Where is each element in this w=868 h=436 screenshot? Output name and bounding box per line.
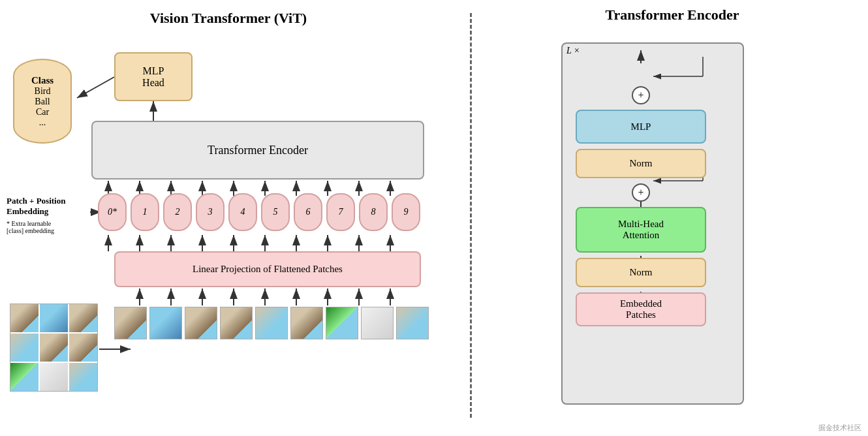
- src-cell-2: [69, 304, 97, 332]
- token-6: 6: [294, 193, 322, 231]
- encoder-title: Transformer Encoder: [496, 7, 848, 23]
- norm-1-label: Norm: [630, 158, 653, 169]
- patch-position-label: Patch + PositionEmbedding * Extra learna…: [7, 196, 88, 234]
- patch-5: [290, 307, 323, 339]
- src-cell-6: [10, 363, 39, 391]
- class-output: Class Bird Ball Car ...: [13, 59, 72, 144]
- transformer-encoder-box: Transformer Encoder: [91, 121, 424, 179]
- norm-2-label: Norm: [630, 267, 653, 278]
- src-cell-7: [40, 363, 68, 391]
- patch-8: [396, 307, 429, 339]
- patch-6: [326, 307, 358, 339]
- encoder-panel: Transformer Encoder: [496, 7, 848, 429]
- mlp-head-label: MLPHead: [142, 65, 164, 89]
- encoder-detail-box: + MLP Norm + Multi-HeadAttention: [561, 42, 744, 405]
- token-9: 9: [392, 193, 420, 231]
- linear-projection: Linear Projection of Flattened Patches: [114, 251, 421, 287]
- embedded-patches-label: EmbeddedPatches: [620, 298, 662, 320]
- mha-block: Multi-HeadAttention: [576, 207, 706, 253]
- patches-row: [114, 307, 429, 339]
- lx-label: L ×: [566, 46, 580, 56]
- mlp-label: MLP: [631, 121, 651, 132]
- token-8: 8: [359, 193, 388, 231]
- patch-0: [114, 307, 147, 339]
- svg-line-2: [77, 77, 114, 98]
- src-cell-5: [69, 334, 97, 362]
- encoder-blocks: + MLP Norm + Multi-HeadAttention: [576, 67, 706, 326]
- class-car: Car: [36, 107, 49, 117]
- patch-7: [361, 307, 394, 339]
- mlp-block: MLP: [576, 110, 706, 144]
- token-7: 7: [326, 193, 355, 231]
- source-image: [10, 304, 98, 392]
- transformer-encoder-label: Transformer Encoder: [208, 144, 308, 157]
- token-3: 3: [196, 193, 225, 231]
- linear-proj-label: Linear Projection of Flattened Patches: [193, 264, 343, 275]
- src-cell-1: [40, 304, 68, 332]
- class-bird: Bird: [35, 86, 51, 97]
- mlp-head: MLPHead: [114, 52, 193, 101]
- mha-label: Multi-HeadAttention: [618, 219, 664, 241]
- plus-bottom: +: [632, 183, 650, 202]
- plus-top: +: [632, 86, 650, 104]
- patch-1: [149, 307, 182, 339]
- norm-block-2: Norm: [576, 258, 706, 287]
- patch-label-note: * Extra learnable[class] embedding: [7, 220, 88, 234]
- norm-block-1: Norm: [576, 149, 706, 178]
- src-cell-3: [10, 334, 39, 362]
- token-4: 4: [228, 193, 257, 231]
- tokens-row: 0* 1 2 3 4 5 6 7 8 9: [98, 193, 420, 231]
- token-0: 0*: [98, 193, 127, 231]
- vit-panel: Vision Transformer (ViT): [0, 0, 457, 436]
- token-5: 5: [261, 193, 290, 231]
- main-container: Vision Transformer (ViT): [0, 0, 868, 436]
- class-ellipsis: ...: [39, 117, 46, 128]
- src-cell-4: [40, 334, 68, 362]
- src-cell-0: [10, 304, 39, 332]
- class-ball: Ball: [35, 97, 50, 107]
- patch-3: [220, 307, 253, 339]
- patch-2: [185, 307, 217, 339]
- src-cell-8: [69, 363, 97, 391]
- panel-divider: [470, 13, 472, 418]
- token-2: 2: [163, 193, 192, 231]
- class-label: Class: [31, 75, 54, 86]
- vit-title: Vision Transformer (ViT): [7, 10, 450, 27]
- token-1: 1: [131, 193, 159, 231]
- embedded-patches: EmbeddedPatches: [576, 292, 706, 326]
- patch-4: [255, 307, 288, 339]
- watermark: 掘金技术社区: [818, 423, 861, 433]
- patch-label-title: Patch + PositionEmbedding: [7, 196, 65, 216]
